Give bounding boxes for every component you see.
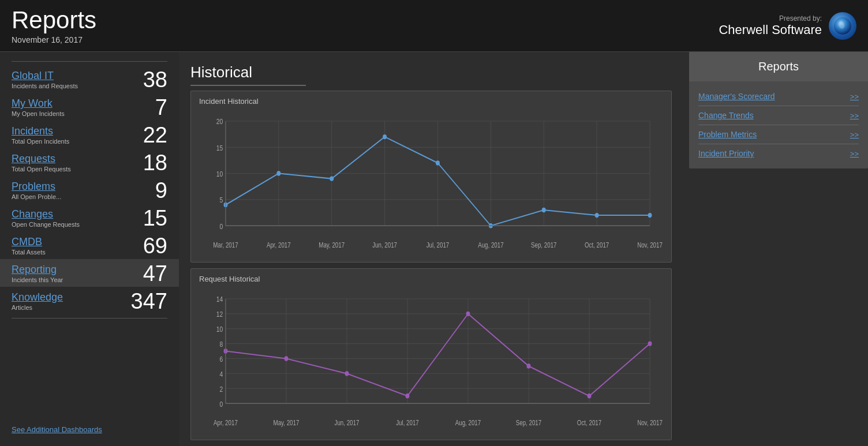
sidebar-item-name-global-it[interactable]: Global IT bbox=[12, 70, 78, 82]
sidebar-item-subtitle-problems: All Open Proble... bbox=[12, 193, 61, 200]
svg-point-28 bbox=[595, 213, 599, 218]
sidebar-item-name-changes[interactable]: Changes bbox=[12, 208, 80, 220]
reports-item-arrow-0: >> bbox=[850, 92, 859, 101]
svg-text:Apr, 2017: Apr, 2017 bbox=[214, 419, 238, 426]
sidebar-item-subtitle-global-it: Incidents and Requests bbox=[12, 83, 78, 89]
sidebar-item-left-knowledge: Knowledge Articles bbox=[12, 291, 63, 311]
sidebar-item-incidents[interactable]: Incidents Total Open Incidents 22 bbox=[0, 121, 179, 148]
svg-text:Jul, 2017: Jul, 2017 bbox=[426, 241, 450, 249]
svg-text:0: 0 bbox=[220, 223, 223, 230]
svg-text:May, 2017: May, 2017 bbox=[319, 241, 345, 249]
sidebar-item-cmdb[interactable]: CMDB Total Assets 69 bbox=[0, 231, 179, 259]
sidebar-item-requests[interactable]: Requests Total Open Requests 18 bbox=[0, 148, 179, 176]
svg-text:Oct, 2017: Oct, 2017 bbox=[585, 241, 609, 249]
svg-text:2: 2 bbox=[220, 385, 223, 393]
reports-item-3[interactable]: Incident Priority >> bbox=[698, 144, 859, 163]
sidebar-item-changes[interactable]: Changes Open Change Requests 15 bbox=[0, 204, 179, 231]
svg-text:0: 0 bbox=[220, 400, 223, 408]
sidebar-item-left-problems: Problems All Open Proble... bbox=[12, 181, 61, 200]
svg-point-70 bbox=[527, 363, 531, 368]
sidebar-item-name-incidents[interactable]: Incidents bbox=[12, 125, 69, 137]
sidebar-item-my-work[interactable]: My Work My Open Incidents 7 bbox=[0, 93, 179, 121]
svg-text:10: 10 bbox=[216, 170, 223, 178]
reports-item-name-0[interactable]: Manager's Scorecard bbox=[698, 92, 775, 101]
svg-point-24 bbox=[383, 134, 387, 139]
svg-text:14: 14 bbox=[216, 296, 223, 303]
svg-text:Aug, 2017: Aug, 2017 bbox=[478, 241, 503, 249]
svg-text:5: 5 bbox=[220, 197, 223, 204]
sidebar-item-subtitle-changes: Open Change Requests bbox=[12, 221, 80, 228]
sidebar-top-divider bbox=[12, 61, 167, 62]
sidebar-item-name-my-work[interactable]: My Work bbox=[12, 98, 65, 110]
sidebar-item-count-requests: 18 bbox=[143, 152, 167, 174]
section-title: Historical bbox=[190, 63, 672, 91]
svg-text:Nov, 2017: Nov, 2017 bbox=[637, 419, 663, 426]
svg-text:Sep, 2017: Sep, 2017 bbox=[531, 241, 556, 249]
svg-point-66 bbox=[285, 356, 289, 361]
presented-by-name: Cherwell Software bbox=[719, 23, 822, 38]
incident-historical-chart: Incident Historical 05101520Mar, 2017Apr… bbox=[190, 91, 672, 263]
sidebar-item-count-changes: 15 bbox=[143, 207, 167, 229]
reports-item-name-3[interactable]: Incident Priority bbox=[698, 149, 754, 158]
header: Reports November 16, 2017 Presented by: … bbox=[0, 0, 868, 52]
sidebar-item-count-incidents: 22 bbox=[143, 124, 167, 146]
sidebar-item-left-my-work: My Work My Open Incidents bbox=[12, 98, 65, 117]
reports-item-name-2[interactable]: Problem Metrics bbox=[698, 130, 757, 139]
svg-text:Jul, 2017: Jul, 2017 bbox=[396, 419, 419, 426]
svg-text:8: 8 bbox=[220, 340, 223, 348]
reports-item-arrow-3: >> bbox=[850, 149, 859, 158]
sidebar-footer: See Additional Dashboards bbox=[0, 418, 179, 440]
svg-point-29 bbox=[648, 213, 652, 218]
sidebar-item-global-it[interactable]: Global IT Incidents and Requests 38 bbox=[0, 65, 179, 93]
sidebar-item-name-cmdb[interactable]: CMDB bbox=[12, 236, 46, 248]
request-chart-title: Request Historical bbox=[199, 275, 663, 283]
incident-chart-wrapper: 05101520Mar, 2017Apr, 2017May, 2017Jun, … bbox=[199, 109, 663, 254]
presented-by: Presented by: Cherwell Software bbox=[719, 14, 822, 38]
header-date: November 16, 2017 bbox=[12, 35, 96, 44]
right-panel: Reports Manager's Scorecard >> Change Tr… bbox=[683, 52, 868, 446]
svg-text:Sep, 2017: Sep, 2017 bbox=[516, 419, 541, 426]
svg-text:Jun, 2017: Jun, 2017 bbox=[372, 241, 397, 249]
svg-text:4: 4 bbox=[220, 370, 223, 378]
svg-point-72 bbox=[648, 341, 652, 346]
sidebar-item-subtitle-requests: Total Open Requests bbox=[12, 166, 71, 173]
svg-text:Aug, 2017: Aug, 2017 bbox=[455, 419, 481, 426]
sidebar-item-name-knowledge[interactable]: Knowledge bbox=[12, 291, 63, 303]
sidebar-item-name-problems[interactable]: Problems bbox=[12, 181, 61, 193]
reports-panel-list: Manager's Scorecard >> Change Trends >> … bbox=[689, 81, 868, 168]
svg-text:Nov, 2017: Nov, 2017 bbox=[637, 241, 663, 249]
svg-text:12: 12 bbox=[216, 310, 223, 318]
svg-point-71 bbox=[588, 393, 592, 398]
reports-item-2[interactable]: Problem Metrics >> bbox=[698, 125, 859, 144]
svg-text:20: 20 bbox=[216, 118, 223, 126]
request-chart-wrapper: 02468101214Apr, 2017May, 2017Jun, 2017Ju… bbox=[199, 287, 663, 432]
reports-item-name-1[interactable]: Change Trends bbox=[698, 111, 754, 120]
sidebar-item-count-my-work: 7 bbox=[155, 96, 167, 118]
sidebar-item-name-reporting[interactable]: Reporting bbox=[12, 264, 63, 276]
svg-point-23 bbox=[330, 176, 334, 181]
reports-item-0[interactable]: Manager's Scorecard >> bbox=[698, 87, 859, 106]
presented-by-label: Presented by: bbox=[719, 14, 822, 23]
svg-point-68 bbox=[406, 393, 410, 398]
reports-panel: Reports Manager's Scorecard >> Change Tr… bbox=[689, 52, 868, 168]
sidebar-item-knowledge[interactable]: Knowledge Articles 347 bbox=[0, 287, 179, 314]
sidebar-item-count-knowledge: 347 bbox=[131, 290, 167, 312]
sidebar-item-name-requests[interactable]: Requests bbox=[12, 153, 71, 165]
reports-item-arrow-1: >> bbox=[850, 111, 859, 120]
additional-dashboards-link[interactable]: See Additional Dashboards bbox=[12, 425, 102, 434]
incident-chart-title: Incident Historical bbox=[199, 97, 663, 106]
sidebar-item-reporting[interactable]: Reporting Incidents this Year 47 bbox=[0, 259, 179, 287]
header-right: Presented by: Cherwell Software bbox=[719, 12, 856, 40]
sidebar: Global IT Incidents and Requests 38 My W… bbox=[0, 52, 179, 446]
sidebar-item-subtitle-cmdb: Total Assets bbox=[12, 249, 46, 256]
reports-item-1[interactable]: Change Trends >> bbox=[698, 106, 859, 125]
main-layout: Global IT Incidents and Requests 38 My W… bbox=[0, 52, 868, 446]
svg-text:Mar, 2017: Mar, 2017 bbox=[213, 241, 238, 249]
sidebar-item-problems[interactable]: Problems All Open Proble... 9 bbox=[0, 176, 179, 204]
sidebar-item-subtitle-my-work: My Open Incidents bbox=[12, 110, 65, 117]
sidebar-item-subtitle-incidents: Total Open Incidents bbox=[12, 138, 69, 145]
request-historical-chart: Request Historical 02468101214Apr, 2017M… bbox=[190, 268, 672, 440]
sidebar-item-left-global-it: Global IT Incidents and Requests bbox=[12, 70, 78, 89]
svg-text:Jun, 2017: Jun, 2017 bbox=[335, 419, 360, 426]
svg-point-22 bbox=[276, 171, 280, 175]
